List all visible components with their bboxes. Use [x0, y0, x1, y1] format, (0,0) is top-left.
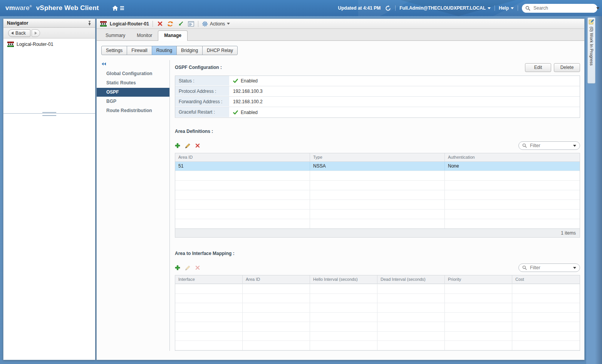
edit-pencil-icon[interactable] — [185, 143, 191, 149]
search-icon — [522, 143, 527, 148]
routing-toc: Global Configuration Static Routes OSPF … — [97, 60, 170, 351]
home-icon[interactable] — [112, 5, 118, 11]
edit-button[interactable]: Edit — [525, 63, 551, 72]
top-bar: vmware® vSphere Web Client Updated at 4:… — [0, 0, 602, 16]
filter-dropdown-icon[interactable] — [573, 145, 576, 147]
divider — [198, 21, 198, 27]
toc-item-global-configuration[interactable]: Global Configuration — [97, 69, 169, 78]
config-value-text: Enabled — [241, 110, 258, 115]
refresh-icon[interactable] — [167, 20, 174, 27]
config-label: Forwarding Address : — [175, 97, 229, 107]
column-header[interactable]: Area ID — [243, 275, 310, 283]
add-icon[interactable] — [175, 265, 180, 270]
area-definitions-toolbar — [175, 141, 580, 150]
area-mapping-toolbar — [175, 263, 580, 272]
actions-menu[interactable]: Actions — [202, 21, 230, 27]
back-button[interactable]: Back — [8, 29, 30, 37]
filter-dropdown-icon[interactable] — [573, 267, 576, 269]
subtab-dhcp-relay[interactable]: DHCP Relay — [202, 46, 238, 55]
column-header[interactable]: Authentication — [445, 153, 580, 161]
refresh-icon[interactable] — [384, 5, 391, 12]
config-row: Graceful Restart :Enabled — [175, 107, 580, 117]
area-mapping-filter[interactable] — [518, 263, 580, 272]
column-header[interactable]: Priority — [445, 275, 512, 283]
column-header[interactable]: Cost — [512, 275, 580, 283]
column-header[interactable]: Hello Interval (seconds) — [310, 275, 377, 283]
tab-manage[interactable]: Manage — [158, 30, 188, 41]
navigator-title: Navigator — [7, 20, 87, 26]
menu-icon[interactable] — [120, 6, 124, 10]
toc-item-ospf[interactable]: OSPF — [97, 88, 169, 97]
filter-input[interactable] — [529, 143, 571, 149]
toc-item-route-redistribution[interactable]: Route Redistribution — [97, 106, 169, 115]
tree-item-logical-router[interactable]: Logical-Router-01 — [7, 42, 91, 47]
empty-row — [175, 303, 580, 312]
work-in-progress-icon — [589, 19, 594, 25]
delete-object-icon[interactable] — [156, 20, 163, 27]
toc-item-bgp[interactable]: BGP — [97, 97, 169, 106]
forward-button[interactable] — [32, 29, 40, 37]
add-icon[interactable] — [175, 143, 180, 148]
manage-tab-content: Settings Firewall Routing Bridging DHCP … — [97, 41, 584, 360]
config-value: 192.168.100.3 — [229, 86, 263, 96]
config-value: Enabled — [229, 76, 258, 86]
config-row: Status :Enabled — [175, 76, 580, 86]
column-header[interactable]: Dead Interval (seconds) — [377, 275, 445, 283]
work-in-progress-tab[interactable]: (0) Work In Progress — [587, 17, 595, 84]
subtab-bridging[interactable]: Bridging — [176, 46, 203, 55]
empty-row — [175, 190, 580, 200]
table-header-row: InterfaceArea IDHello Interval (seconds)… — [175, 275, 580, 284]
console-icon[interactable] — [188, 20, 195, 27]
brand-registered: ® — [30, 5, 32, 8]
user-name: Full.Admin@THECLOUDXPERT.LOCAL — [399, 5, 486, 11]
area-definitions-heading: Area Definitions : — [175, 129, 213, 134]
divider — [395, 5, 396, 11]
empty-row — [175, 331, 580, 341]
ospf-content: OSPF Configuration : Edit Delete Status … — [170, 60, 584, 351]
empty-row — [175, 312, 580, 322]
delete-x-icon[interactable] — [195, 143, 200, 148]
empty-row — [175, 200, 580, 209]
panel-splitter[interactable] — [3, 113, 95, 114]
tab-monitor[interactable]: Monitor — [131, 31, 158, 40]
divider — [495, 5, 495, 11]
column-header[interactable]: Type — [310, 153, 445, 161]
subtab-firewall[interactable]: Firewall — [127, 46, 152, 55]
delete-x-icon-disabled — [195, 265, 200, 270]
table-cell: None — [445, 162, 580, 171]
subtab-routing[interactable]: Routing — [152, 46, 177, 55]
migrate-icon[interactable] — [177, 20, 184, 27]
empty-row — [175, 284, 580, 294]
filter-input[interactable] — [529, 265, 571, 271]
area-mapping-table: InterfaceArea IDHello Interval (seconds)… — [175, 275, 580, 351]
table-row-selected[interactable]: 51NSSANone — [175, 162, 580, 171]
search-input[interactable] — [533, 5, 594, 11]
global-search[interactable] — [522, 4, 597, 13]
toc-item-static-routes[interactable]: Static Routes — [97, 79, 169, 87]
chevron-down-icon — [227, 23, 230, 25]
pin-icon[interactable] — [87, 21, 92, 25]
empty-row — [175, 180, 580, 190]
help-label: Help — [499, 5, 509, 11]
search-scope-dropdown-icon[interactable] — [596, 7, 599, 9]
empty-row — [175, 294, 580, 303]
column-header[interactable]: Area ID — [175, 153, 310, 161]
search-icon — [525, 6, 530, 11]
work-in-progress-label: (0) Work In Progress — [589, 27, 594, 65]
user-menu[interactable]: Full.Admin@THECLOUDXPERT.LOCAL — [399, 5, 491, 11]
actions-label: Actions — [210, 21, 225, 27]
table-cell: NSSA — [310, 162, 445, 171]
area-definitions-filter[interactable] — [518, 141, 580, 150]
delete-button[interactable]: Delete — [554, 63, 580, 72]
collapse-panel-icon[interactable] — [102, 62, 106, 65]
tab-summary[interactable]: Summary — [100, 31, 131, 40]
check-icon — [233, 110, 238, 115]
product-name: vSphere Web Client — [36, 4, 99, 12]
subtab-settings[interactable]: Settings — [101, 46, 127, 55]
brand-vm: vm — [5, 4, 15, 12]
help-menu[interactable]: Help — [499, 5, 514, 11]
navigator-panel: Navigator Back Logical-Router-01 — [3, 18, 96, 360]
column-header[interactable]: Interface — [175, 275, 243, 283]
empty-row — [175, 171, 580, 180]
manage-subtabs: Settings Firewall Routing Bridging DHCP … — [101, 46, 238, 55]
